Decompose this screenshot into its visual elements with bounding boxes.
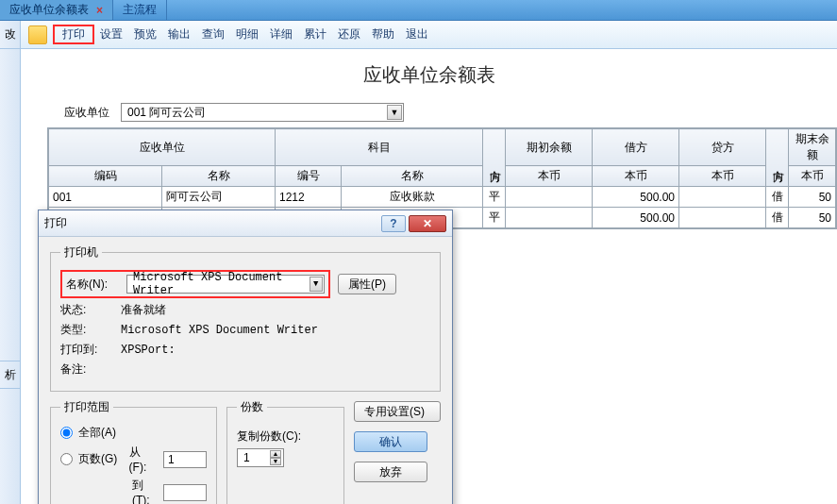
spin-up-icon[interactable]: ▲: [270, 450, 281, 458]
chevron-down-icon: ▼: [387, 105, 402, 120]
sidebar-label: 改: [5, 26, 16, 42]
radio-all-label: 全部(A): [78, 425, 116, 441]
range-group-label: 打印范围: [60, 399, 113, 415]
cell-close: 50: [789, 208, 836, 228]
printer-group: 打印机 名称(N): Microsoft XPS Document Writer…: [50, 244, 441, 392]
cell-dir2: 借: [766, 208, 789, 228]
printer-group-label: 打印机: [60, 244, 102, 260]
radio-all[interactable]: [60, 427, 73, 439]
help-button[interactable]: ?: [381, 215, 406, 232]
th-dir1: 方向: [483, 129, 506, 187]
note-label: 备注:: [60, 361, 113, 378]
cell-close: 50: [789, 187, 836, 208]
filter-label: 应收单位: [64, 105, 109, 121]
dialog-title: 打印: [44, 215, 67, 231]
to-label: 到(T):: [132, 478, 158, 504]
copies-group: 份数 复制份数(C): 1 ▲ ▼: [226, 399, 344, 504]
cell-debit: 500.00: [593, 187, 679, 208]
cell-dir2: 借: [766, 187, 789, 208]
th-close-cur: 本币: [789, 166, 836, 187]
copies-spinner[interactable]: 1 ▲ ▼: [237, 448, 284, 467]
unit-select[interactable]: 001 阿可云公司 ▼: [121, 103, 404, 122]
highlight-printer-name: 名称(N): Microsoft XPS Document Writer ▼: [60, 270, 330, 298]
toolbar: 打印 设置 预览 输出 查询 明细 详细 累计 还原 帮助 退出: [21, 21, 837, 49]
copies-group-label: 份数: [237, 399, 267, 415]
th-code: 编码: [49, 166, 162, 187]
properties-button[interactable]: 属性(P): [338, 274, 396, 294]
page-title: 应收单位余额表: [21, 49, 837, 101]
port-value: XPSPort:: [121, 344, 176, 357]
sidebar-btn-2[interactable]: 析: [0, 361, 20, 389]
tab-label: 主流程: [123, 2, 157, 18]
cell-debit: 500.00: [593, 208, 679, 228]
copies-label: 复制份数(C):: [237, 428, 334, 445]
th-subject: 科目: [276, 129, 483, 166]
to-input[interactable]: [163, 484, 207, 501]
cell-credit: [679, 208, 766, 228]
status-value: 准备就绪: [121, 302, 166, 318]
th-credit-cur: 本币: [679, 166, 766, 187]
spin-down-icon[interactable]: ▼: [270, 458, 281, 465]
port-label: 打印到:: [60, 342, 113, 358]
th-debit: 借方: [593, 129, 679, 166]
special-settings-button[interactable]: 专用设置(S): [354, 401, 441, 422]
toolbar-icon[interactable]: [28, 25, 47, 44]
type-label: 类型:: [60, 322, 113, 338]
th-debit-cur: 本币: [593, 166, 679, 187]
radio-pages-label: 页数(G): [78, 451, 124, 467]
menu-output[interactable]: 输出: [162, 25, 196, 44]
th-unit: 应收单位: [49, 129, 276, 166]
sidebar-label: 析: [5, 367, 16, 383]
tab-label: 应收单位余额表: [9, 2, 89, 18]
status-label: 状态:: [60, 302, 113, 318]
cancel-button[interactable]: 放弃: [354, 462, 427, 482]
printer-select[interactable]: Microsoft XPS Document Writer ▼: [126, 275, 325, 294]
tab-mainflow[interactable]: 主流程: [113, 0, 167, 20]
menu-detailed[interactable]: 详细: [264, 25, 298, 44]
cell-credit: [679, 187, 766, 208]
th-open: 期初余额: [506, 129, 593, 166]
range-group: 打印范围 全部(A) 页数(G) 从(F): 到(T): 选定范: [50, 399, 217, 504]
menu-preview[interactable]: 预览: [128, 25, 162, 44]
type-value: Microsoft XPS Document Writer: [121, 324, 318, 337]
tab-balance[interactable]: 应收单位余额表 ×: [0, 0, 113, 20]
filter-row: 应收单位 001 阿可云公司 ▼: [21, 101, 837, 127]
menu-help[interactable]: 帮助: [366, 25, 400, 44]
menu-query[interactable]: 查询: [196, 25, 230, 44]
copies-value: 1: [243, 451, 250, 464]
th-open-cur: 本币: [506, 166, 593, 187]
cell-dir1: 平: [483, 187, 506, 208]
th-close: 期末余额: [789, 129, 836, 166]
radio-pages[interactable]: [60, 453, 73, 465]
left-sidebar: 改 析: [0, 21, 21, 504]
menu-exit[interactable]: 退出: [400, 25, 434, 44]
from-input[interactable]: [163, 451, 207, 468]
cell-acctno: 1212: [276, 187, 342, 208]
th-dir2: 方向: [766, 129, 789, 187]
th-acctname: 名称: [342, 166, 483, 187]
cell-dir1: 平: [483, 208, 506, 228]
highlight-print: 打印: [53, 25, 94, 44]
printer-select-value: Microsoft XPS Document Writer: [133, 271, 310, 297]
sidebar-btn-1[interactable]: 改: [0, 21, 20, 49]
menu-print[interactable]: 打印: [57, 25, 91, 42]
dialog-titlebar[interactable]: 打印 ? ✕: [39, 210, 452, 237]
cell-name: 阿可云公司: [162, 187, 276, 208]
cell-open: [506, 208, 593, 228]
tab-bar: 应收单位余额表 × 主流程: [0, 0, 837, 21]
from-label: 从(F):: [129, 445, 158, 474]
close-icon[interactable]: ×: [96, 4, 103, 17]
menu-cumulative[interactable]: 累计: [298, 25, 332, 44]
unit-select-value: 001 阿可云公司: [127, 105, 206, 121]
name-label: 名称(N):: [66, 277, 119, 293]
ok-button[interactable]: 确认: [354, 431, 427, 452]
menu-settings[interactable]: 设置: [94, 25, 128, 44]
th-acctno: 编号: [276, 166, 342, 187]
cell-acctname: 应收账款: [342, 187, 483, 208]
menu-restore[interactable]: 还原: [332, 25, 366, 44]
menu-detail[interactable]: 明细: [230, 25, 264, 44]
th-credit: 贷方: [679, 129, 766, 166]
print-dialog: 打印 ? ✕ 打印机 名称(N): Microsoft XPS Document…: [38, 210, 453, 504]
close-button[interactable]: ✕: [409, 215, 446, 232]
table-row[interactable]: 001 阿可云公司 1212 应收账款 平 500.00 借 50: [49, 187, 836, 208]
